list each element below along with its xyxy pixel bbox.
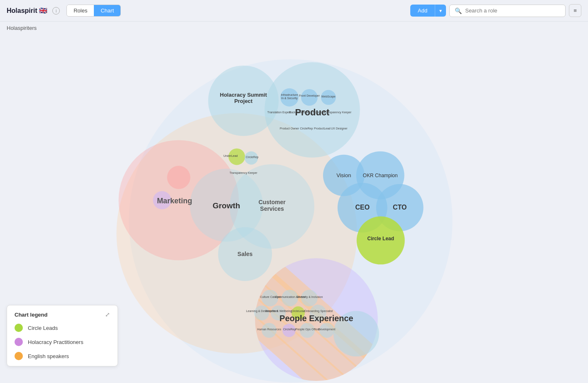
view-toggle: Roles Chart: [66, 5, 121, 17]
add-button[interactable]: Add: [410, 5, 435, 17]
info-icon[interactable]: i: [52, 7, 60, 15]
legend-dot-holacracy: [15, 338, 23, 346]
marketing-label: Marketing: [157, 197, 192, 205]
legend-dot-circle-leads: [15, 324, 23, 332]
sr-infra: Infrastructure: [281, 93, 298, 96]
add-dropdown-button[interactable]: ▾: [435, 5, 446, 17]
search-box: 🔍: [449, 5, 566, 17]
sub-header: Holaspiriters: [0, 22, 588, 34]
customer-services-label: Customer: [258, 199, 286, 206]
sr-hr: Human Resources: [257, 328, 281, 331]
sr-circlelead-prod: CircleLead: [311, 111, 325, 114]
sr-underlead: UnderLead: [223, 154, 238, 157]
sr-benefits: Benefits & Wellbeing: [265, 310, 292, 313]
roles-button[interactable]: Roles: [67, 5, 94, 16]
sr-front: Front Developer: [299, 94, 320, 98]
legend-label-holacracy: Holacracy Practitioners: [28, 339, 83, 345]
legend-item-circle-leads: Circle Leads: [15, 324, 110, 332]
sr-infra2: In & Security: [281, 97, 298, 100]
sr-circlelead-pe: CircleLead: [291, 310, 305, 312]
sr-circlerep-pe: CircleRep: [283, 328, 296, 331]
header-right: Add ▾ 🔍 ≡: [410, 4, 581, 17]
sr-translation: Translation Expert: [267, 111, 291, 114]
sr-back: Back Developer: [289, 111, 310, 114]
sr-productlead: ProductLead: [314, 127, 331, 130]
holacracy-summit-label2: Project: [234, 98, 253, 104]
legend-title: Chart legend: [15, 312, 47, 318]
legend-label-circle-leads: Circle Leads: [28, 325, 58, 331]
sr-productowner: Product Owner: [280, 127, 299, 130]
breadcrumb: Holaspiriters: [7, 25, 37, 31]
sr-diversity: Diversity & Inclusion: [297, 295, 323, 299]
legend-label-english: English speakers: [28, 353, 69, 359]
legend-item-holacracy: Holacracy Practitioners: [15, 338, 110, 346]
legend-header: Chart legend ⤢: [15, 311, 110, 318]
okr-champion-label: OKR Champion: [363, 173, 398, 178]
marketing-inner-circle-1: [167, 166, 190, 189]
holacracy-summit-label: Holacracy Summit: [220, 92, 267, 98]
pe-sub-learning: [254, 305, 269, 320]
sales-label: Sales: [238, 251, 253, 257]
cto-label: CTO: [393, 204, 407, 211]
legend-item-english: English speakers: [15, 352, 110, 360]
add-button-group: Add ▾: [410, 5, 446, 17]
filter-button[interactable]: ≡: [569, 4, 581, 17]
customer-services-label2: Services: [260, 205, 284, 212]
sr-onboarding: Onboarding Specialist: [304, 310, 333, 313]
sr-circlerep-growth: CircleRep: [246, 156, 259, 159]
ceo-label: CEO: [355, 204, 370, 211]
sr-webscape: WebScape: [321, 95, 336, 98]
sr-development: Development: [318, 328, 335, 331]
sr-people-officer: People Ops Officer: [296, 328, 321, 331]
growth-label: Growth: [213, 202, 240, 210]
legend-dot-english: [15, 352, 23, 360]
search-input[interactable]: [465, 7, 560, 14]
circle-lead-label: Circle Lead: [367, 236, 394, 242]
sr-uxdesigner: UX Designer: [331, 127, 348, 130]
legend-expand-icon[interactable]: ⤢: [105, 311, 110, 318]
chart-legend: Chart legend ⤢ Circle Leads Holacracy Pr…: [7, 305, 118, 366]
vision-label: Vision: [336, 172, 351, 178]
sr-circlerep-prod: CircleRep: [300, 127, 313, 130]
filter-icon: ≡: [573, 7, 577, 14]
search-icon: 🔍: [455, 7, 462, 14]
sr-transparency-growth: Transparency Keeper: [230, 171, 258, 175]
header: Holaspirit 🇬🇧 i Roles Chart Add ▾ 🔍 ≡: [0, 0, 588, 22]
chart-button[interactable]: Chart: [94, 5, 120, 16]
sr-transparency-prod: Transparency Keeper: [323, 111, 352, 114]
people-experience-label: People Experience: [279, 314, 353, 323]
product-sub-front: [301, 89, 318, 106]
app-title: Holaspirit 🇬🇧: [7, 7, 47, 15]
